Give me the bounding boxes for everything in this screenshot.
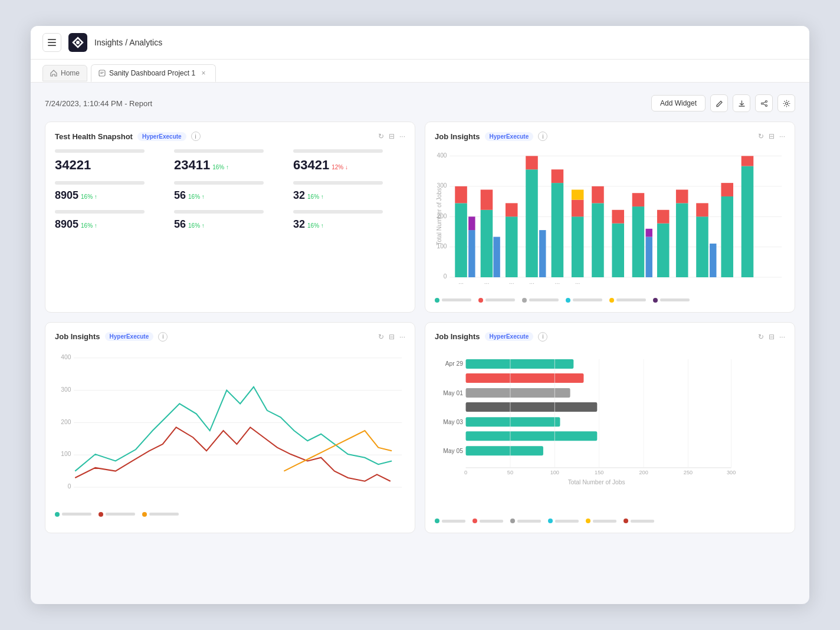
- widget1-info-icon[interactable]: i: [191, 132, 201, 141]
- chart3-legend: [55, 512, 405, 517]
- widget1-more-icon[interactable]: ···: [399, 132, 405, 140]
- stat-item: 56 16% ↑: [174, 210, 286, 231]
- stat-value: 32 16% ↑: [293, 189, 405, 202]
- svg-text:···: ···: [529, 280, 534, 287]
- widgets-grid: Test Health Snapshot HyperExecute i ↻ ⊟ …: [45, 122, 795, 533]
- chart4-legend: [435, 519, 785, 523]
- widget3-filter-icon[interactable]: ⊟: [389, 333, 395, 341]
- svg-text:May 03: May 03: [443, 419, 463, 425]
- download-button[interactable]: [733, 94, 750, 112]
- widget4-refresh-icon[interactable]: ↻: [758, 333, 764, 341]
- stat-value: 34221: [55, 158, 167, 173]
- svg-rect-49: [646, 229, 652, 237]
- widget-job-insights-bar: Job Insights HyperExecute i ↻ ⊟ ··· 400 …: [425, 122, 795, 313]
- app-logo: [68, 33, 87, 52]
- svg-rect-79: [466, 373, 584, 383]
- settings-button[interactable]: [777, 94, 795, 112]
- svg-rect-47: [632, 193, 645, 206]
- svg-rect-50: [657, 224, 670, 277]
- widget1-refresh-icon[interactable]: ↻: [378, 132, 384, 140]
- svg-rect-59: [741, 166, 754, 277]
- svg-rect-27: [468, 230, 475, 277]
- svg-text:Total Number of Jobs: Total Number of Jobs: [568, 479, 625, 485]
- svg-rect-48: [646, 237, 652, 277]
- edit-button[interactable]: [710, 94, 728, 112]
- menu-button[interactable]: [42, 33, 61, 52]
- svg-rect-7: [100, 73, 103, 74]
- svg-rect-30: [481, 190, 493, 210]
- stat-label-bar: [55, 210, 145, 214]
- widget2-chart: 400 300 200 100 0 Total Number of Jobs: [435, 149, 785, 303]
- svg-text:May 05: May 05: [443, 448, 463, 454]
- widget3-info-icon[interactable]: i: [158, 332, 168, 342]
- svg-point-10: [761, 103, 763, 104]
- widget4-chart: Apr 29 May 01 May 03: [435, 350, 785, 523]
- svg-rect-78: [466, 359, 574, 369]
- svg-rect-52: [676, 203, 688, 277]
- add-widget-button[interactable]: Add Widget: [651, 95, 706, 111]
- svg-rect-6: [100, 72, 104, 73]
- svg-text:Total Number of Jobs: Total Number of Jobs: [436, 188, 442, 245]
- svg-rect-25: [455, 203, 467, 277]
- svg-text:0: 0: [68, 483, 71, 490]
- widget1-filter-icon[interactable]: ⊟: [389, 132, 395, 140]
- tab-close-button[interactable]: ×: [199, 68, 208, 78]
- svg-rect-87: [466, 446, 543, 455]
- svg-rect-43: [592, 186, 604, 204]
- widget4-filter-icon[interactable]: ⊟: [769, 333, 775, 341]
- svg-rect-42: [592, 203, 604, 277]
- line-chart: 400 300 200 100 0: [55, 350, 405, 505]
- horizontal-bar-chart: Apr 29 May 01 May 03: [435, 350, 785, 511]
- share-button[interactable]: [755, 94, 773, 112]
- widget2-more-icon[interactable]: ···: [779, 132, 785, 140]
- svg-rect-41: [572, 190, 584, 200]
- tab-bar: Home Sanity Dashboard Project 1 ×: [31, 60, 809, 83]
- widget2-info-icon[interactable]: i: [538, 132, 547, 141]
- svg-rect-26: [455, 186, 467, 204]
- svg-text:50: 50: [507, 470, 513, 475]
- svg-rect-28: [468, 216, 475, 230]
- stat-item: 32 16% ↑: [293, 210, 405, 231]
- widget2-filter-icon[interactable]: ⊟: [769, 132, 775, 140]
- stat-value: 8905 16% ↑: [55, 189, 167, 202]
- svg-text:0: 0: [444, 273, 447, 280]
- widget4-more-icon[interactable]: ···: [779, 333, 785, 341]
- svg-rect-53: [676, 190, 688, 204]
- svg-rect-51: [657, 210, 670, 224]
- svg-text:150: 150: [595, 470, 603, 475]
- stat-item: 63421 12% ↓: [293, 149, 405, 173]
- svg-point-9: [765, 104, 767, 106]
- widget4-badge: HyperExecute: [485, 332, 534, 341]
- svg-point-4: [76, 41, 80, 44]
- app-title: Insights / Analytics: [94, 38, 162, 47]
- tab-home[interactable]: Home: [42, 65, 87, 81]
- svg-rect-44: [612, 224, 624, 277]
- svg-text:···: ···: [484, 280, 490, 287]
- stat-item: 32 16% ↑: [293, 181, 405, 202]
- tab-active[interactable]: Sanity Dashboard Project 1 ×: [91, 64, 216, 82]
- stat-item: 56 16% ↑: [174, 181, 286, 202]
- svg-rect-1: [48, 42, 56, 43]
- stat-value: 23411 16% ↑: [174, 158, 286, 173]
- widget2-refresh-icon[interactable]: ↻: [758, 132, 764, 140]
- svg-rect-36: [539, 230, 546, 277]
- svg-text:400: 400: [61, 354, 71, 360]
- stat-label-bar: [174, 149, 264, 153]
- widget4-info-icon[interactable]: i: [538, 332, 547, 342]
- svg-text:Apr 29: Apr 29: [445, 360, 464, 367]
- widget3-more-icon[interactable]: ···: [399, 333, 405, 341]
- svg-rect-2: [48, 45, 56, 46]
- svg-point-8: [765, 100, 767, 102]
- widget1-title: Test Health Snapshot: [55, 132, 133, 141]
- widget3-refresh-icon[interactable]: ↻: [378, 333, 384, 341]
- widget2-title: Job Insights: [435, 132, 480, 141]
- svg-rect-58: [721, 183, 733, 196]
- toolbar-actions: Add Widget: [651, 94, 795, 112]
- stat-value: 63421 12% ↓: [293, 158, 405, 173]
- svg-rect-56: [710, 244, 716, 277]
- widget-job-insights-line: Job Insights HyperExecute i ↻ ⊟ ··· 400 …: [45, 322, 415, 533]
- svg-rect-45: [612, 210, 624, 224]
- report-header: 7/24/2023, 1:10:44 PM - Report Add Widge…: [45, 94, 795, 112]
- stat-item: 23411 16% ↑: [174, 149, 286, 173]
- widget-health-snapshot: Test Health Snapshot HyperExecute i ↻ ⊟ …: [45, 122, 415, 313]
